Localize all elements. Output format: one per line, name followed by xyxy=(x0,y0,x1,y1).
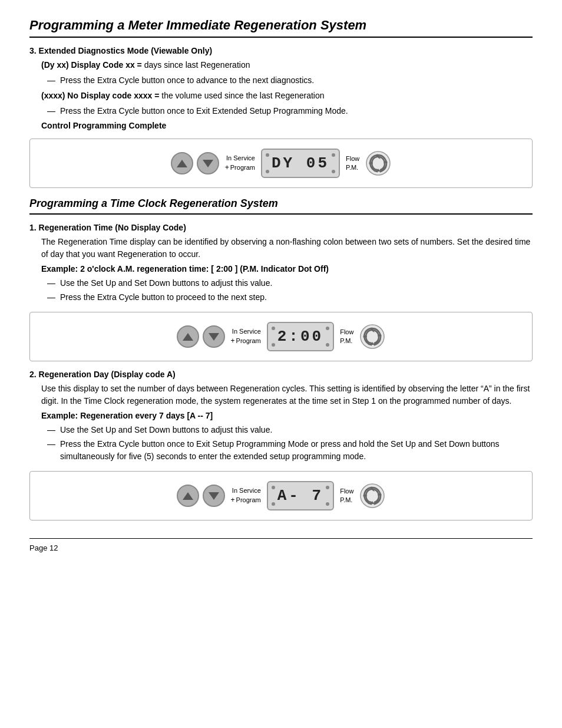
page-title: Programming a Meter Immediate Regenerati… xyxy=(29,18,533,38)
arrow-buttons-2 xyxy=(177,325,225,348)
left-labels-2: In Service +Program xyxy=(231,327,261,346)
recycle-icon-2 xyxy=(359,324,385,350)
arrow-buttons-1 xyxy=(171,152,219,174)
left-labels-1: In Service +Program xyxy=(225,154,255,173)
section2-bullet1: Use the Set Up and Set Down buttons to a… xyxy=(47,424,533,436)
section3-heading: 3. Extended Diagnostics Mode (Viewable O… xyxy=(29,46,533,55)
recycle-icon-1 xyxy=(365,150,391,176)
right-labels-3: Flow P.M. xyxy=(340,487,353,505)
footer: Page 12 xyxy=(29,538,533,552)
arrow-up-btn-3[interactable] xyxy=(177,485,199,507)
section1-bullet2: Press the Extra Cycle button to proceed … xyxy=(47,291,533,304)
arrow-up-btn-2[interactable] xyxy=(177,325,199,348)
arrow-down-btn-2[interactable] xyxy=(203,325,225,348)
section1-body: The Regeneration Time display can be ide… xyxy=(41,236,533,261)
device-display-2: In Service +Program 2:00 Flow P.M. xyxy=(29,312,533,361)
arrow-down-btn-3[interactable] xyxy=(203,485,225,507)
section3-xxxx-bullet: Press the Extra Cycle button once to Exi… xyxy=(47,105,533,117)
section2-example: Example: Regeneration every 7 days [A --… xyxy=(41,411,533,420)
section1-heading: 1. Regeneration Time (No Display Code) xyxy=(29,223,533,232)
arrow-up-btn-1[interactable] xyxy=(171,152,193,174)
page-number: Page 12 xyxy=(29,543,58,552)
arrow-down-btn-1[interactable] xyxy=(197,152,219,174)
section2-body: Use this display to set the number of da… xyxy=(41,383,533,407)
control-complete: Control Programming Complete xyxy=(41,121,533,130)
device-display-3: In Service +Program A- 7 Flow P.M. xyxy=(29,471,533,521)
display-screen-2: 2:00 xyxy=(267,322,334,351)
left-labels-3: In Service +Program xyxy=(231,486,261,505)
right-labels-1: Flow P.M. xyxy=(346,154,359,173)
section1-bullet1: Use the Set Up and Set Down buttons to a… xyxy=(47,277,533,289)
right-labels-2: Flow P.M. xyxy=(340,328,353,346)
section1-example: Example: 2 o'clock A.M. regeneration tim… xyxy=(41,264,533,274)
section2-heading: 2. Regeneration Day (Display code A) xyxy=(29,370,533,379)
arrow-buttons-3 xyxy=(177,485,225,507)
page2-title: Programming a Time Clock Regeneration Sy… xyxy=(29,197,533,215)
section3-dy-line: (Dy xx) Display Code xx = days since las… xyxy=(41,59,533,71)
display-screen-3: A- 7 xyxy=(267,481,334,510)
recycle-icon-3 xyxy=(359,483,385,509)
section3-xxxx-line: (xxxx) No Display code xxxx = the volume… xyxy=(41,90,533,102)
section3-dy-bullet: Press the Extra Cycle button once to adv… xyxy=(47,74,533,87)
display-screen-1: DY 05 xyxy=(261,149,340,178)
device-display-1: In Service +Program DY 05 Flow P.M. xyxy=(29,139,533,188)
section2-bullet2: Press the Extra Cycle button once to Exi… xyxy=(47,438,533,463)
